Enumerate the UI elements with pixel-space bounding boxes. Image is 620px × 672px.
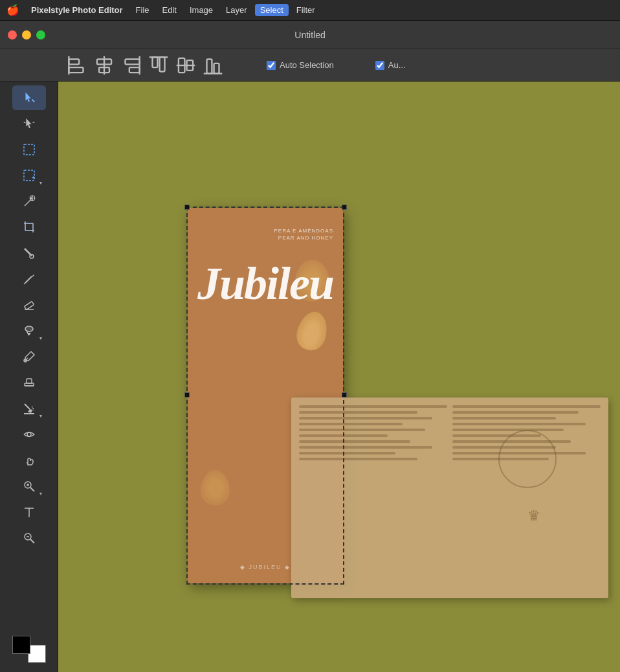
svg-rect-1 — [69, 59, 79, 64]
file-menu[interactable]: File — [131, 4, 155, 16]
menu-bar: 🍎 Pixelstyle Photo Editor File Edit Imag… — [0, 0, 620, 21]
svg-line-57 — [30, 487, 34, 491]
tool-eyedropper[interactable] — [12, 344, 46, 369]
svg-rect-53 — [24, 413, 34, 414]
tool-eye[interactable] — [12, 422, 46, 447]
auto-option2-checkbox[interactable] — [375, 61, 384, 70]
foreground-color-swatch[interactable] — [12, 636, 30, 654]
svg-rect-10 — [153, 57, 158, 67]
tool-smudge[interactable]: ▼ — [12, 319, 46, 343]
title-bar: Untitled — [0, 21, 620, 49]
auto-selection-checkbox[interactable] — [267, 61, 276, 70]
menu-card-circle — [498, 430, 557, 488]
svg-point-54 — [27, 432, 31, 436]
svg-line-63 — [30, 539, 34, 543]
svg-rect-11 — [160, 57, 165, 71]
color-swatches — [12, 636, 46, 663]
svg-rect-50 — [27, 379, 32, 383]
background-color-swatch[interactable] — [28, 645, 46, 663]
tool-zoom-out[interactable] — [12, 526, 46, 550]
window-title: Untitled — [294, 30, 325, 40]
close-button[interactable] — [8, 30, 17, 39]
tool-fill-arrow: ▼ — [39, 414, 43, 418]
auto-option2-group: Au... — [375, 60, 406, 70]
tool-eraser[interactable] — [12, 293, 46, 317]
svg-line-19 — [32, 100, 34, 102]
select-menu[interactable]: Select — [255, 4, 289, 16]
handle-mid-left[interactable] — [184, 392, 190, 398]
tool-lasso[interactable]: ▼ — [12, 163, 46, 188]
align-right-edges-button[interactable] — [119, 53, 144, 78]
svg-rect-7 — [126, 59, 140, 64]
image-menu[interactable]: Image — [184, 4, 218, 16]
sidebar: ▼ — [0, 82, 58, 672]
card-jubileu-text: Jubileu — [197, 260, 333, 309]
menu-card-lines — [291, 398, 608, 471]
filter-menu[interactable]: Filter — [291, 4, 320, 16]
svg-line-40 — [25, 276, 32, 283]
tool-select-rect[interactable] — [12, 137, 46, 162]
main-layout: ▼ — [0, 82, 620, 672]
tool-zoom-arrow: ▼ — [39, 491, 43, 496]
tool-lasso-arrow: ▼ — [39, 181, 43, 185]
svg-rect-43 — [24, 302, 34, 310]
card-label-text: PERA E AMÊNDOAS PEAR AND HONEY — [274, 227, 333, 241]
tool-magic-wand[interactable] — [12, 189, 46, 214]
toolbar: Auto Selection Au... — [0, 49, 620, 82]
svg-line-38 — [25, 249, 31, 255]
tool-smudge-arrow: ▼ — [39, 336, 43, 341]
svg-rect-8 — [129, 67, 140, 73]
svg-marker-52 — [28, 409, 32, 413]
svg-rect-37 — [25, 223, 33, 230]
menu-card-crown: ♛ — [527, 508, 540, 524]
svg-marker-20 — [26, 118, 31, 129]
auto-selection-label[interactable]: Auto Selection — [280, 60, 334, 70]
tool-pencil[interactable] — [12, 267, 46, 291]
svg-marker-41 — [32, 274, 34, 277]
apple-menu[interactable]: 🍎 — [5, 3, 21, 18]
app-name-menu[interactable]: Pixelstyle Photo Editor — [26, 4, 128, 16]
canvas-area[interactable]: PERA E AMÊNDOAS PEAR AND HONEY Jubileu ◆… — [58, 82, 620, 672]
window-controls — [8, 30, 45, 39]
handle-top-left[interactable] — [184, 205, 190, 210]
tool-fill[interactable]: ▼ — [12, 396, 46, 421]
tool-text[interactable] — [12, 500, 46, 524]
auto-option2-label[interactable]: Au... — [388, 60, 406, 70]
tool-move[interactable] — [12, 85, 46, 110]
design-card-menu: ♛ — [291, 398, 608, 598]
svg-rect-16 — [207, 59, 212, 73]
svg-rect-2 — [69, 67, 83, 73]
svg-line-48 — [26, 358, 28, 360]
handle-mid-right[interactable] — [342, 392, 347, 398]
svg-rect-23 — [24, 144, 34, 155]
handle-top-right[interactable] — [342, 205, 347, 210]
auto-selection-group: Auto Selection — [267, 60, 334, 70]
decoration-pear-shape — [293, 308, 331, 353]
tool-stamp[interactable] — [12, 370, 46, 395]
maximize-button[interactable] — [36, 30, 45, 39]
tool-finger[interactable] — [12, 448, 46, 473]
tool-zoom[interactable]: ▼ — [12, 474, 46, 498]
minimize-button[interactable] — [22, 30, 31, 39]
edit-menu[interactable]: Edit — [157, 4, 182, 16]
decoration-pear-1 — [201, 470, 230, 506]
align-top-edges-button[interactable] — [146, 53, 171, 78]
svg-line-42 — [24, 283, 25, 284]
align-left-edges-button[interactable] — [65, 53, 89, 78]
align-bottom-edges-button[interactable] — [201, 53, 225, 78]
align-centers-v-button[interactable] — [173, 53, 198, 78]
align-centers-h-button[interactable] — [92, 53, 116, 78]
svg-line-26 — [25, 199, 31, 206]
tool-brush[interactable] — [12, 241, 46, 265]
tool-move-arrows[interactable] — [12, 111, 46, 136]
svg-marker-18 — [25, 93, 30, 102]
layer-menu[interactable]: Layer — [221, 4, 252, 16]
tool-crop[interactable] — [12, 215, 46, 240]
svg-rect-17 — [214, 63, 219, 73]
svg-rect-24 — [24, 170, 34, 181]
